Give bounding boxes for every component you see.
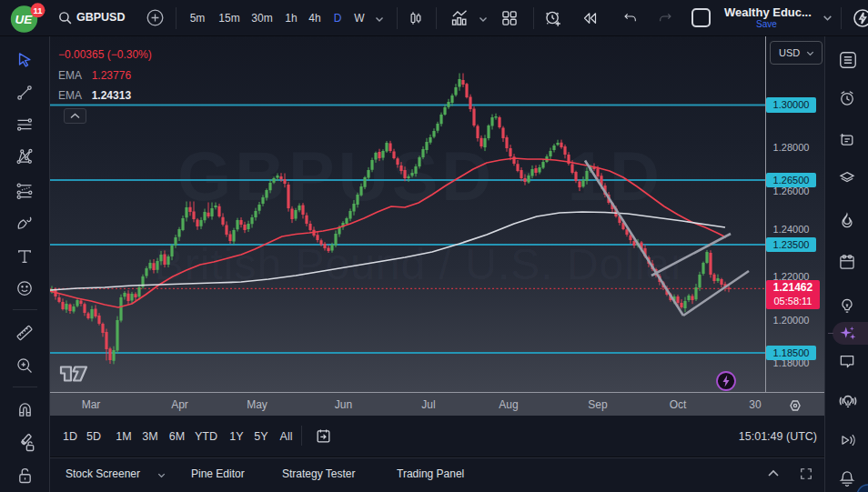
svg-text:UE: UE	[15, 13, 34, 26]
svg-text:11: 11	[33, 5, 43, 15]
